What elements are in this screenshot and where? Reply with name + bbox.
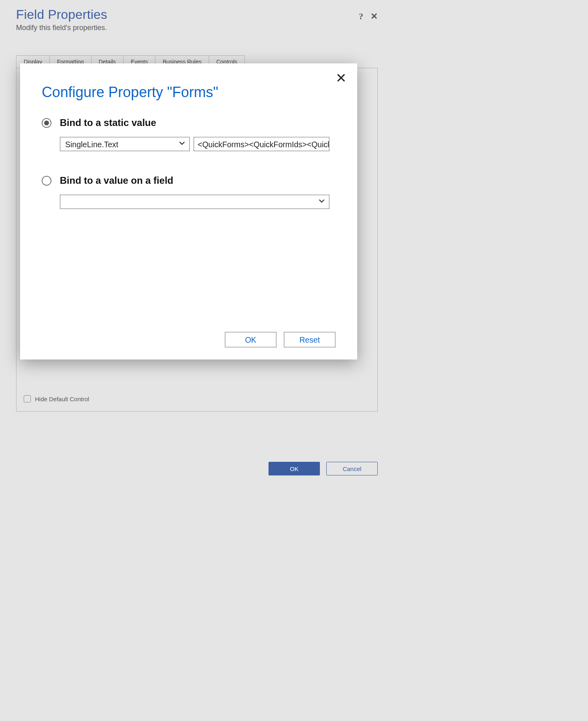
- bind-static-option[interactable]: Bind to a static value: [42, 118, 336, 128]
- header-icons: ? ✕: [359, 11, 378, 22]
- field-properties-dialog: Field Properties Modify this field's pro…: [0, 0, 394, 481]
- static-type-select[interactable]: SingleLine.Text: [60, 137, 190, 151]
- static-value-fields: SingleLine.Text <QuickForms><QuickFormId…: [60, 137, 336, 151]
- bind-static-label: Bind to a static value: [60, 118, 156, 128]
- page-subtitle: Modify this field's properties.: [16, 24, 359, 32]
- ok-button[interactable]: OK: [269, 462, 320, 475]
- chevron-down-icon: [318, 197, 326, 207]
- static-type-select-value: SingleLine.Text: [65, 140, 118, 149]
- radio-dot-icon: [44, 121, 49, 126]
- cancel-button[interactable]: Cancel: [326, 462, 378, 475]
- static-value-text: <QuickForms><QuickFormIds><QuickFo: [198, 140, 330, 149]
- chevron-down-icon: [179, 140, 186, 149]
- header-text: Field Properties Modify this field's pro…: [16, 7, 359, 32]
- hide-default-control-row: Hide Default Control: [24, 395, 89, 402]
- help-icon[interactable]: ?: [359, 11, 363, 22]
- modal-close-icon[interactable]: ✕: [336, 72, 346, 85]
- radio-field[interactable]: [42, 176, 51, 186]
- configure-property-modal: ✕ Configure Property "Forms" Bind to a s…: [20, 63, 357, 359]
- hide-default-control-label: Hide Default Control: [35, 396, 89, 402]
- modal-reset-button[interactable]: Reset: [284, 332, 336, 347]
- dialog-footer: OK Cancel: [269, 462, 378, 475]
- field-select[interactable]: [60, 195, 330, 209]
- bind-field-option[interactable]: Bind to a value on a field: [42, 175, 336, 186]
- modal-ok-button[interactable]: OK: [225, 332, 277, 347]
- header: Field Properties Modify this field's pro…: [0, 0, 394, 36]
- bind-field-label: Bind to a value on a field: [60, 175, 173, 186]
- radio-static[interactable]: [42, 118, 51, 128]
- field-value-fields: [60, 195, 336, 209]
- page-title: Field Properties: [16, 7, 359, 22]
- modal-footer: OK Reset: [225, 332, 336, 347]
- hide-default-control-checkbox[interactable]: [24, 395, 31, 402]
- close-icon[interactable]: ✕: [370, 11, 378, 22]
- modal-title: Configure Property "Forms": [42, 84, 336, 101]
- static-value-input[interactable]: <QuickForms><QuickFormIds><QuickFo: [193, 137, 330, 151]
